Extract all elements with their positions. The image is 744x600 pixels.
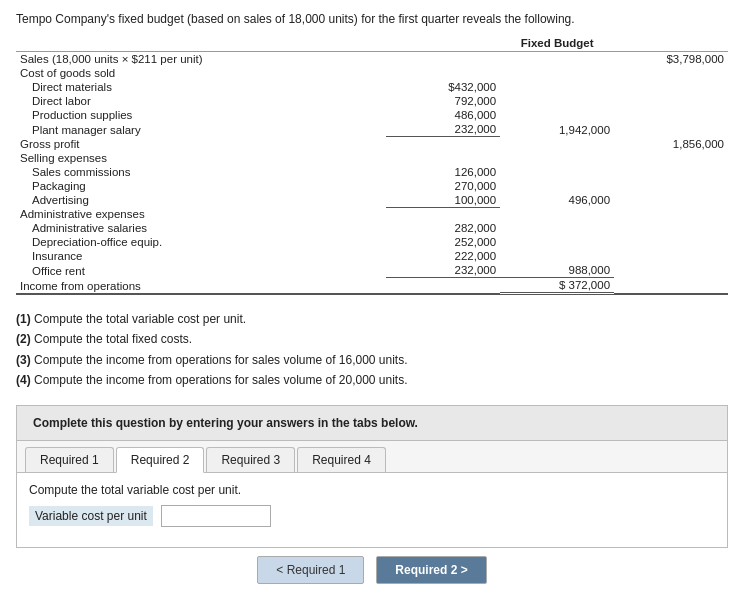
instruction-text: Complete this question by entering your … <box>33 416 418 430</box>
question-2: (2) Compute the total fixed costs. <box>16 329 728 349</box>
table-row: Income from operations $ 372,000 <box>16 278 728 294</box>
question-3: (3) Compute the income from operations f… <box>16 350 728 370</box>
tab-required-2[interactable]: Required 2 <box>116 447 205 473</box>
question-1: (1) Compute the total variable cost per … <box>16 309 728 329</box>
variable-cost-row: Variable cost per unit <box>29 505 715 527</box>
variable-cost-label: Variable cost per unit <box>29 506 153 526</box>
prev-button[interactable]: < Required 1 <box>257 556 364 584</box>
nav-buttons: < Required 1 Required 2 > <box>16 548 728 590</box>
table-row: Packaging 270,000 <box>16 179 728 193</box>
tabs-container: Required 1 Required 2 Required 3 Require… <box>16 441 728 548</box>
table-row: Insurance 222,000 <box>16 249 728 263</box>
table-row: Gross profit 1,856,000 <box>16 137 728 151</box>
table-row: Depreciation-office equip. 252,000 <box>16 235 728 249</box>
table-row: Advertising 100,000 496,000 <box>16 193 728 208</box>
table-row: Sales (18,000 units × $211 per unit) $3,… <box>16 52 728 67</box>
table-row: Production supplies 486,000 <box>16 108 728 122</box>
table-row: Cost of goods sold <box>16 66 728 80</box>
table-row: Direct materials $432,000 <box>16 80 728 94</box>
tab-required-4[interactable]: Required 4 <box>297 447 386 472</box>
tab-required-1[interactable]: Required 1 <box>25 447 114 472</box>
variable-cost-input[interactable] <box>161 505 271 527</box>
tab-instruction: Compute the total variable cost per unit… <box>29 483 715 497</box>
table-row: Selling expenses <box>16 151 728 165</box>
tabs-header: Required 1 Required 2 Required 3 Require… <box>17 441 727 473</box>
table-header-row: Fixed Budget <box>16 36 728 52</box>
tab-content-area: Compute the total variable cost per unit… <box>17 473 727 547</box>
question-4: (4) Compute the income from operations f… <box>16 370 728 390</box>
table-row: Administrative expenses <box>16 207 728 221</box>
questions-section: (1) Compute the total variable cost per … <box>16 309 728 391</box>
intro-text: Tempo Company's fixed budget (based on s… <box>16 12 728 26</box>
table-row: Sales commissions 126,000 <box>16 165 728 179</box>
budget-table: Fixed Budget Sales (18,000 units × $211 … <box>16 36 728 295</box>
tab-required-3[interactable]: Required 3 <box>206 447 295 472</box>
fixed-budget-header: Fixed Budget <box>386 36 728 52</box>
table-row: Administrative salaries 282,000 <box>16 221 728 235</box>
table-row: Direct labor 792,000 <box>16 94 728 108</box>
table-row: Office rent 232,000 988,000 <box>16 263 728 278</box>
instruction-box: Complete this question by entering your … <box>16 405 728 441</box>
next-button[interactable]: Required 2 > <box>376 556 486 584</box>
table-row: Plant manager salary 232,000 1,942,000 <box>16 122 728 137</box>
